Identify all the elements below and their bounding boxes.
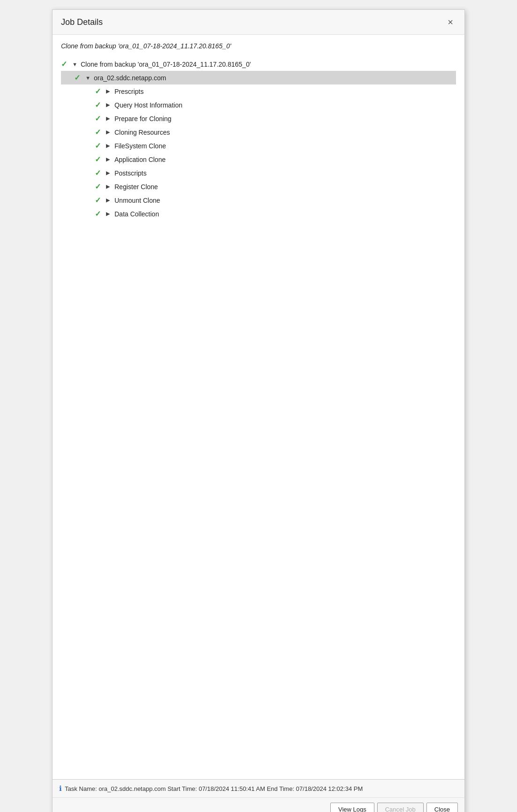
check-icon-filesystem-clone: ✓	[95, 141, 104, 150]
task-info: ℹ Task Name: ora_02.sddc.netapp.com Star…	[53, 780, 464, 798]
check-icon-data-collection: ✓	[95, 209, 104, 218]
job-subtitle: Clone from backup 'ora_01_07-18-2024_11.…	[61, 42, 456, 50]
toggle-cloning-resources[interactable]: ▶	[106, 129, 113, 135]
tree-row-postscripts[interactable]: ✓▶Postscripts	[61, 166, 456, 180]
toggle-prepare-cloning[interactable]: ▶	[106, 115, 113, 122]
toggle-postscripts[interactable]: ▶	[106, 170, 113, 176]
close-button[interactable]: Close	[426, 803, 458, 812]
label-prepare-cloning: Prepare for Cloning	[114, 115, 171, 123]
label-register-clone: Register Clone	[114, 183, 158, 191]
job-details-dialog: Job Details × Clone from backup 'ora_01_…	[52, 9, 465, 812]
toggle-query-host[interactable]: ▶	[106, 102, 113, 108]
label-prescripts: Prescripts	[114, 88, 144, 95]
label-host: ora_02.sddc.netapp.com	[94, 74, 166, 82]
check-icon-host: ✓	[74, 73, 84, 82]
toggle-register-clone[interactable]: ▶	[106, 184, 113, 190]
toggle-filesystem-clone[interactable]: ▶	[106, 143, 113, 149]
check-icon-root: ✓	[61, 60, 70, 69]
footer-buttons: View Logs Cancel Job Close	[53, 798, 464, 812]
toggle-root[interactable]: ▼	[72, 61, 79, 67]
label-unmount-clone: Unmount Clone	[114, 197, 160, 204]
check-icon-application-clone: ✓	[95, 155, 104, 164]
check-icon-unmount-clone: ✓	[95, 196, 104, 205]
tree-row-application-clone[interactable]: ✓▶Application Clone	[61, 153, 456, 166]
task-info-text: Task Name: ora_02.sddc.netapp.com Start …	[65, 785, 363, 792]
tree-row-root[interactable]: ✓▼Clone from backup 'ora_01_07-18-2024_1…	[61, 57, 456, 71]
cancel-job-button[interactable]: Cancel Job	[377, 803, 424, 812]
toggle-host[interactable]: ▼	[85, 75, 92, 81]
check-icon-query-host: ✓	[95, 100, 104, 109]
toggle-prescripts[interactable]: ▶	[106, 88, 113, 94]
close-icon-button[interactable]: ×	[445, 16, 456, 28]
dialog-title: Job Details	[61, 17, 103, 27]
tree-row-filesystem-clone[interactable]: ✓▶FileSystem Clone	[61, 139, 456, 153]
check-icon-prescripts: ✓	[95, 87, 104, 96]
view-logs-button[interactable]: View Logs	[330, 803, 374, 812]
tree-row-host[interactable]: ✓▼ora_02.sddc.netapp.com	[61, 71, 456, 84]
tree-row-query-host[interactable]: ✓▶Query Host Information	[61, 98, 456, 112]
toggle-application-clone[interactable]: ▶	[106, 156, 113, 162]
job-tree: ✓▼Clone from backup 'ora_01_07-18-2024_1…	[61, 57, 456, 221]
tree-row-cloning-resources[interactable]: ✓▶Cloning Resources	[61, 125, 456, 139]
label-filesystem-clone: FileSystem Clone	[114, 142, 166, 150]
label-postscripts: Postscripts	[114, 169, 146, 177]
tree-row-data-collection[interactable]: ✓▶Data Collection	[61, 207, 456, 221]
toggle-data-collection[interactable]: ▶	[106, 211, 113, 217]
label-query-host: Query Host Information	[114, 101, 182, 109]
tree-row-prescripts[interactable]: ✓▶Prescripts	[61, 84, 456, 98]
dialog-footer: ℹ Task Name: ora_02.sddc.netapp.com Star…	[53, 779, 464, 812]
check-icon-cloning-resources: ✓	[95, 128, 104, 137]
tree-row-unmount-clone[interactable]: ✓▶Unmount Clone	[61, 193, 456, 207]
toggle-unmount-clone[interactable]: ▶	[106, 197, 113, 203]
info-icon: ℹ	[59, 784, 62, 793]
check-icon-register-clone: ✓	[95, 182, 104, 191]
label-root: Clone from backup 'ora_01_07-18-2024_11.…	[81, 61, 251, 68]
tree-row-prepare-cloning[interactable]: ✓▶Prepare for Cloning	[61, 112, 456, 125]
check-icon-prepare-cloning: ✓	[95, 114, 104, 123]
label-cloning-resources: Cloning Resources	[114, 129, 170, 136]
dialog-header: Job Details ×	[53, 10, 464, 35]
check-icon-postscripts: ✓	[95, 169, 104, 177]
dialog-body: Clone from backup 'ora_01_07-18-2024_11.…	[53, 35, 464, 779]
tree-row-register-clone[interactable]: ✓▶Register Clone	[61, 180, 456, 193]
label-data-collection: Data Collection	[114, 210, 159, 218]
label-application-clone: Application Clone	[114, 156, 166, 163]
